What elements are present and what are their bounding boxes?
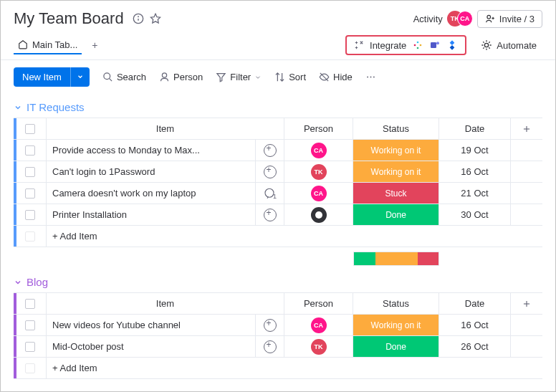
item-name[interactable]: Camera doesn't work on my laptop [47,183,256,204]
chat-icon[interactable] [256,140,284,161]
column-person: Person [284,118,353,140]
item-name[interactable]: Can't login to 1Password [47,161,256,183]
empty-cell [511,204,542,226]
svg-point-4 [487,15,491,19]
svg-line-15 [109,78,112,81]
item-name[interactable]: Provide access to Monday to Max... [47,140,256,161]
add-column-button[interactable] [511,293,542,315]
svg-rect-10 [417,47,419,49]
column-item: Item [47,118,284,140]
empty-cell [511,183,542,204]
column-item: Item [47,293,284,315]
search-tool[interactable]: Search [102,72,146,82]
chat-icon[interactable] [256,161,284,183]
row-checkbox[interactable] [14,204,47,226]
column-status: Status [353,118,439,140]
column-date: Date [439,118,511,140]
integrate-button[interactable]: Integrate [345,35,466,55]
row-checkbox[interactable] [14,315,47,336]
search-label: Search [117,72,146,82]
svg-rect-11 [431,42,436,48]
tab-main[interactable]: Main Tab... [14,37,82,54]
status-cell[interactable]: Done [353,204,439,226]
new-item-button[interactable]: New Item [14,67,70,87]
svg-point-19 [367,77,368,78]
board-title: My Team Board [14,9,124,28]
more-menu[interactable] [365,72,376,82]
person-avatar[interactable]: CA [284,183,353,204]
add-item-checkbox [14,358,47,379]
status-cell[interactable]: Working on it [353,140,439,161]
person-avatar[interactable]: CA [284,315,353,336]
chat-icon[interactable] [256,204,284,226]
invite-label: Invite / 3 [499,14,535,24]
jira-icon [446,39,458,51]
svg-point-16 [162,73,166,77]
svg-point-14 [104,73,110,80]
date-cell[interactable]: 16 Oct [439,315,511,336]
person-label: Person [173,72,203,82]
row-checkbox[interactable] [14,336,47,358]
select-all-checkbox[interactable] [14,118,47,140]
new-item-dropdown[interactable] [70,67,90,87]
date-cell[interactable]: 21 Oct [439,183,511,204]
date-cell[interactable]: 26 Oct [439,336,511,358]
teams-icon [429,39,441,51]
person-avatar[interactable] [284,204,353,226]
chat-icon[interactable]: 1 [256,183,284,204]
row-checkbox[interactable] [14,161,47,183]
date-cell[interactable]: 30 Oct [439,204,511,226]
star-icon[interactable] [147,10,164,27]
svg-rect-9 [420,44,422,47]
automate-label: Automate [497,40,537,51]
date-cell[interactable]: 19 Oct [439,140,511,161]
slack-icon [412,39,423,51]
item-name[interactable]: Mid-October post [47,336,256,358]
status-cell[interactable]: Done [353,336,439,358]
date-cell[interactable]: 16 Oct [439,161,511,183]
group-header-it[interactable]: IT Requests [14,101,542,113]
info-icon[interactable] [130,10,147,27]
empty-cell [511,315,542,336]
add-item-checkbox [14,226,47,247]
empty-cell [511,336,542,358]
svg-rect-7 [414,44,416,47]
item-name[interactable]: New videos for Yutube channel [47,315,256,336]
row-checkbox[interactable] [14,140,47,161]
status-cell[interactable]: Working on it [353,315,439,336]
person-avatar[interactable]: CA [284,140,353,161]
chat-icon[interactable] [256,315,284,336]
svg-marker-3 [150,14,160,23]
status-summary [353,252,439,266]
add-item-button[interactable]: + Add Item [47,226,542,247]
avatar-ca[interactable]: CA [457,11,473,27]
filter-label: Filter [230,72,251,82]
svg-point-12 [436,42,439,44]
person-tool[interactable]: Person [159,72,203,82]
empty-cell [511,161,542,183]
row-checkbox[interactable] [14,183,47,204]
column-date: Date [439,293,511,315]
invite-button[interactable]: Invite / 3 [477,10,542,28]
column-status: Status [353,293,439,315]
filter-tool[interactable]: Filter [216,72,262,82]
automate-button[interactable]: Automate [475,37,542,54]
add-item-button[interactable]: + Add Item [47,358,542,379]
person-avatar[interactable]: TK [284,336,353,358]
status-cell[interactable]: Stuck [353,183,439,204]
column-person: Person [284,293,353,315]
svg-point-21 [373,77,375,78]
hide-tool[interactable]: Hide [319,72,353,82]
group-header-blog[interactable]: Blog [14,276,542,288]
select-all-checkbox[interactable] [14,293,47,315]
integrate-label: Integrate [370,40,406,51]
person-avatar[interactable]: TK [284,161,353,183]
chat-icon[interactable] [256,336,284,358]
add-tab-button[interactable]: + [92,39,97,51]
svg-point-2 [138,16,138,17]
status-cell[interactable]: Working on it [353,161,439,183]
activity-label[interactable]: Activity [413,14,443,24]
sort-tool[interactable]: Sort [274,72,306,82]
add-column-button[interactable] [511,118,542,140]
item-name[interactable]: Printer Installation [47,204,256,226]
